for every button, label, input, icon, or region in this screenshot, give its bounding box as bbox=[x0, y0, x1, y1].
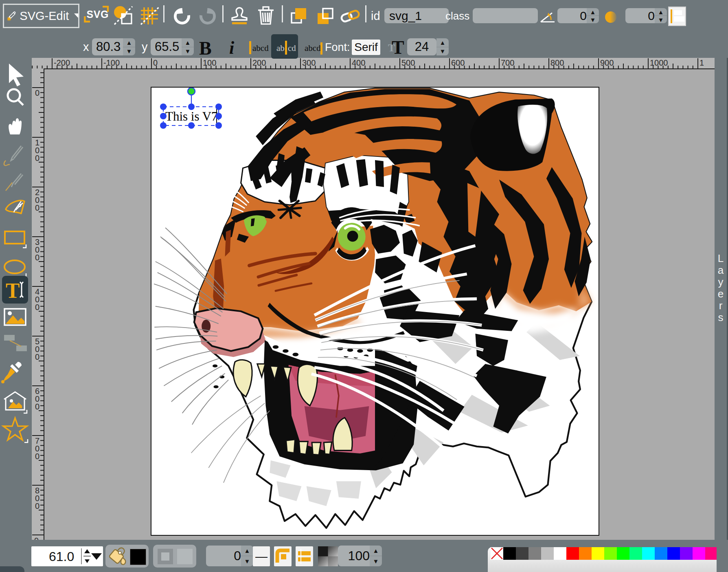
svg-text:0: 0 bbox=[35, 352, 39, 361]
svg-text:600: 600 bbox=[451, 58, 465, 67]
svg-text:400: 400 bbox=[352, 58, 365, 67]
svg-text:0: 0 bbox=[153, 58, 158, 67]
svg-text:300: 300 bbox=[302, 58, 316, 67]
svg-text:1000: 1000 bbox=[650, 58, 668, 67]
svg-text:0: 0 bbox=[35, 402, 39, 411]
svg-text:1: 1 bbox=[699, 58, 704, 67]
svg-text:0: 0 bbox=[35, 303, 39, 312]
svg-text:0: 0 bbox=[35, 502, 39, 510]
svg-text:SVG: SVG bbox=[86, 9, 109, 20]
svg-text:0: 0 bbox=[35, 154, 39, 163]
svg-text:800: 800 bbox=[550, 58, 564, 67]
svg-text:200: 200 bbox=[252, 58, 266, 67]
svg-text:700: 700 bbox=[501, 58, 514, 67]
svg-text:This is V7: This is V7 bbox=[165, 109, 218, 123]
svg-text:0: 0 bbox=[35, 88, 39, 97]
svg-text:0: 0 bbox=[35, 203, 39, 212]
svg-text:0: 0 bbox=[35, 253, 39, 262]
svg-text:100: 100 bbox=[203, 58, 216, 67]
svg-text:T: T bbox=[6, 279, 20, 302]
svg-text:0: 0 bbox=[35, 452, 39, 461]
svg-text:500: 500 bbox=[401, 58, 415, 67]
svg-text:900: 900 bbox=[600, 58, 614, 67]
